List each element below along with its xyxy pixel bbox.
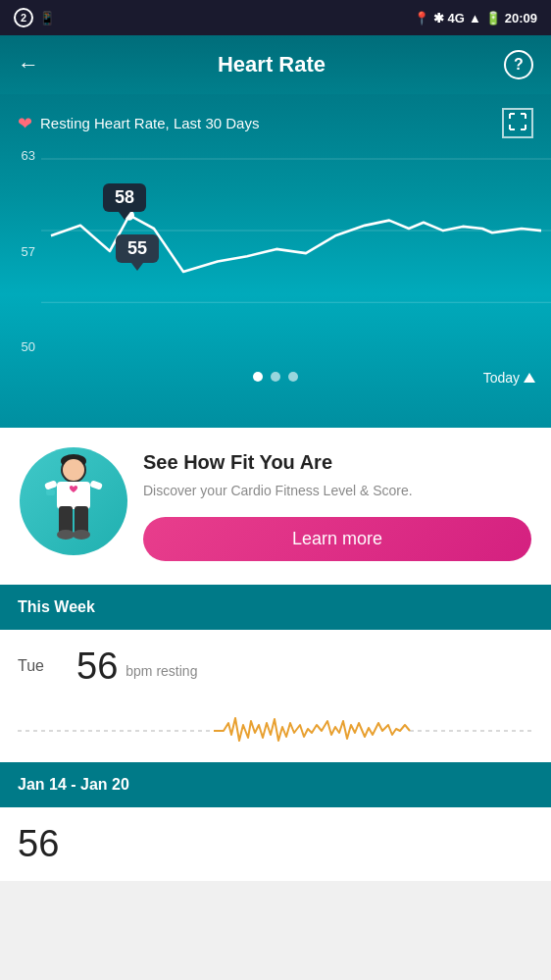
chart-pagination: [0, 372, 551, 382]
signal-icon: ▲: [469, 11, 481, 26]
chart-svg-wrapper: 63 57 50 58 55 Today: [0, 138, 551, 393]
svg-rect-14: [46, 490, 55, 495]
svg-rect-8: [44, 480, 58, 490]
svg-point-13: [73, 530, 90, 540]
page-dot-2[interactable]: [271, 372, 280, 382]
battery-icon: 🔋: [485, 11, 501, 26]
bpm-unit: bpm resting: [125, 663, 197, 679]
today-label: Today: [483, 370, 535, 386]
learn-more-button[interactable]: Learn more: [143, 517, 531, 561]
phone-icon: 📱: [39, 11, 55, 26]
svg-rect-10: [59, 506, 73, 534]
location-icon: 📍: [414, 11, 429, 26]
today-triangle-icon: [524, 373, 535, 383]
fitness-card: See How Fit You Are Discover your Cardio…: [0, 428, 551, 585]
clock: 20:09: [505, 11, 537, 26]
fitness-card-description: Discover your Cardio Fitness Level & Sco…: [143, 482, 531, 501]
heart-icon: ❤: [18, 113, 32, 134]
y-label-bottom: 50: [0, 339, 35, 354]
help-button[interactable]: ?: [504, 50, 533, 79]
chart-title: ❤ Resting Heart Rate, Last 30 Days: [18, 113, 259, 134]
back-button[interactable]: ←: [18, 52, 39, 77]
page-title: Heart Rate: [218, 52, 326, 77]
page-dot-1[interactable]: [253, 372, 263, 382]
week-data-row: Tue 56 bpm resting: [0, 630, 551, 703]
status-left-icons: 2 📱: [14, 8, 55, 27]
day-label: Tue: [18, 657, 76, 675]
y-label-top: 63: [0, 148, 35, 163]
svg-rect-11: [75, 506, 88, 534]
callout-low: 55: [116, 234, 159, 263]
expand-button[interactable]: [502, 108, 533, 138]
this-week-header: This Week: [0, 585, 551, 630]
page-dot-3[interactable]: [288, 372, 298, 382]
callout-high: 58: [103, 183, 146, 212]
status-right-area: 📍 ✱ 4G ▲ 🔋 20:09: [414, 11, 537, 26]
status-bar: 2 📱 📍 ✱ 4G ▲ 🔋 20:09: [0, 0, 551, 35]
bottom-value-area: 56: [0, 807, 551, 881]
chart-header: ❤ Resting Heart Rate, Last 30 Days: [0, 94, 551, 138]
fitness-content: See How Fit You Are Discover your Cardio…: [143, 447, 531, 561]
fitness-avatar: [20, 447, 127, 555]
bluetooth-icon: ✱: [433, 11, 444, 26]
chart-area: ❤ Resting Heart Rate, Last 30 Days 63 57…: [0, 94, 551, 428]
svg-point-6: [63, 459, 84, 481]
fitness-card-title: See How Fit You Are: [143, 451, 531, 474]
svg-point-12: [57, 530, 75, 540]
app-header: ← Heart Rate ?: [0, 35, 551, 94]
mini-chart: [0, 703, 551, 762]
svg-rect-7: [57, 482, 90, 509]
y-axis-labels: 63 57 50: [0, 138, 41, 364]
network-label: 4G: [448, 11, 465, 26]
svg-rect-9: [89, 480, 103, 490]
y-label-mid: 57: [0, 244, 35, 259]
date-range-header: Jan 14 - Jan 20: [0, 762, 551, 807]
app-icon-1: 2: [14, 8, 33, 27]
date-range-bpm: 56: [18, 823, 59, 864]
bpm-value: 56: [76, 645, 118, 688]
chart-label-text: Resting Heart Rate, Last 30 Days: [40, 115, 259, 131]
